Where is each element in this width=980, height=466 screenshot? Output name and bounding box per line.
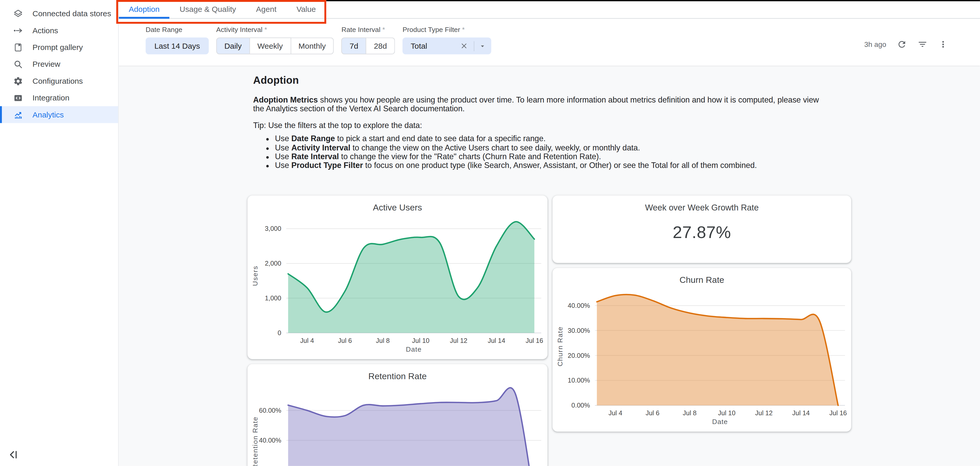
search-icon <box>13 59 23 69</box>
tab-usage-quality[interactable]: Usage & Quality <box>170 0 246 18</box>
top-edge-strip <box>326 0 980 1</box>
svg-text:Jul 14: Jul 14 <box>792 409 810 417</box>
gear-icon <box>13 76 23 86</box>
sidebar-item-label: Analytics <box>32 110 64 119</box>
caret-down-icon[interactable] <box>479 42 487 50</box>
activity-option-weekly[interactable]: Weekly <box>250 37 291 54</box>
svg-text:Jul 16: Jul 16 <box>829 409 847 417</box>
tab-bar: AdoptionUsage & QualityAgentValue <box>119 0 980 19</box>
rate-interval-filter: Rate Interval * 7d28d <box>342 25 395 65</box>
intro-text-block: Adoption Adoption Metrics shows you how … <box>253 74 829 171</box>
retention-rate-chart[interactable]: 0.00%20.00%40.00%60.00%Jul 4Jul 6Jul 8Ju… <box>247 364 547 466</box>
tip-item: Use Date Range to pick a start and end d… <box>275 135 829 143</box>
activity-interval-filter: Activity Interval * DailyWeeklyMonthly <box>216 25 334 65</box>
filter-bar: Date Range Last 14 Days Activity Interva… <box>119 19 980 66</box>
tab-agent[interactable]: Agent <box>246 0 286 18</box>
product-type-filter: Product Type Filter * Total <box>402 25 491 65</box>
rate-option-7d[interactable]: 7d <box>342 37 366 54</box>
product-type-filter-label: Product Type Filter * <box>402 25 491 35</box>
sidebar-item-integration[interactable]: Integration <box>0 89 118 106</box>
date-range-label: Date Range <box>146 25 209 35</box>
activity-option-monthly[interactable]: Monthly <box>291 37 334 54</box>
sidebar-item-connected-data-stores[interactable]: Connected data stores <box>0 5 118 22</box>
tab-value[interactable]: Value <box>286 0 326 18</box>
svg-text:Jul 12: Jul 12 <box>450 337 467 344</box>
svg-text:Jul 16: Jul 16 <box>526 337 543 344</box>
sidebar-item-actions[interactable]: Actions <box>0 22 118 39</box>
sidebar-item-configurations[interactable]: Configurations <box>0 72 118 89</box>
filter-list-icon <box>917 40 928 49</box>
activity-interval-segmented-control: DailyWeeklyMonthly <box>216 37 334 54</box>
svg-text:Jul 8: Jul 8 <box>376 337 390 344</box>
tab-adoption[interactable]: Adoption <box>119 0 170 18</box>
rate-interval-label: Rate Interval * <box>342 25 395 35</box>
sidebar-item-label: Prompt gallery <box>32 43 83 52</box>
svg-text:0: 0 <box>278 329 281 336</box>
sidebar-item-label: Configurations <box>32 76 83 85</box>
sidebar-item-preview[interactable]: Preview <box>0 55 118 72</box>
churn-rate-card: 0.00%10.00%20.00%30.00%40.00%Jul 4Jul 6J… <box>552 268 851 431</box>
product-type-select[interactable]: Total <box>402 37 491 54</box>
layers-icon <box>13 8 23 19</box>
svg-text:Jul 6: Jul 6 <box>646 409 660 417</box>
more-vert-icon <box>938 40 948 49</box>
product-type-value: Total <box>410 41 460 50</box>
sidebar-item-analytics[interactable]: Analytics <box>0 106 118 123</box>
tip-line: Tip: Use the filters at the top to explo… <box>253 121 829 130</box>
x-clear-icon[interactable] <box>460 42 468 50</box>
svg-text:2,000: 2,000 <box>265 260 281 267</box>
svg-text:Active Users: Active Users <box>373 203 422 212</box>
activity-option-daily[interactable]: Daily <box>216 37 250 54</box>
sidebar: Connected data storesActionsPrompt galle… <box>0 0 119 466</box>
svg-text:40.00%: 40.00% <box>259 437 281 444</box>
churn-rate-chart[interactable]: 0.00%10.00%20.00%30.00%40.00%Jul 4Jul 6J… <box>552 268 851 431</box>
intro-paragraph: Adoption Metrics shows you how people ar… <box>253 95 829 114</box>
page-title: Adoption <box>253 74 829 86</box>
tab-label: Usage & Quality <box>180 5 236 13</box>
date-range-filter: Date Range Last 14 Days <box>146 25 209 65</box>
tab-label: Value <box>296 5 316 13</box>
svg-text:Jul 6: Jul 6 <box>338 337 352 344</box>
bookmark-icon <box>13 42 23 52</box>
active-users-chart[interactable]: 01,0002,0003,000Jul 4Jul 6Jul 8Jul 10Jul… <box>247 195 547 359</box>
svg-text:Users: Users <box>251 266 259 286</box>
svg-text:Jul 10: Jul 10 <box>412 337 430 344</box>
svg-text:Churn Rate: Churn Rate <box>556 327 564 366</box>
content-area: Adoption Adoption Metrics shows you how … <box>119 66 980 466</box>
sidebar-nav: Connected data storesActionsPrompt galle… <box>0 0 118 123</box>
svg-text:60.00%: 60.00% <box>259 407 281 414</box>
svg-text:30.00%: 30.00% <box>568 327 590 334</box>
active-users-card: 01,0002,0003,000Jul 4Jul 6Jul 8Jul 10Jul… <box>247 195 547 359</box>
last-refreshed: 3h ago <box>864 41 886 48</box>
app-window: Connected data storesActionsPrompt galle… <box>0 0 980 466</box>
svg-text:3,000: 3,000 <box>265 225 281 232</box>
code-icon <box>13 93 23 103</box>
sidebar-item-label: Integration <box>32 93 69 102</box>
more-options-button[interactable] <box>937 39 949 50</box>
svg-text:Jul 14: Jul 14 <box>488 337 505 344</box>
growth-rate-title: Week over Week Growth Rate <box>552 195 851 212</box>
tip-item: Use Activity Interval to change the view… <box>275 143 829 152</box>
main-area: AdoptionUsage & QualityAgentValue Date R… <box>119 0 980 466</box>
tip-item: Use Product Type Filter to focus on one … <box>275 162 829 171</box>
svg-text:Retention Rate: Retention Rate <box>368 371 426 381</box>
tab-label: Adoption <box>129 5 159 13</box>
refresh-button[interactable] <box>896 39 908 50</box>
sidebar-item-prompt-gallery[interactable]: Prompt gallery <box>0 39 118 55</box>
filter-button[interactable] <box>917 39 928 50</box>
svg-text:Retention Rate: Retention Rate <box>251 417 259 466</box>
svg-text:40.00%: 40.00% <box>568 302 590 309</box>
svg-text:Jul 8: Jul 8 <box>683 409 697 417</box>
sidebar-collapse-button[interactable] <box>8 449 20 461</box>
retention-rate-card: 0.00%20.00%40.00%60.00%Jul 4Jul 6Jul 8Ju… <box>247 364 547 466</box>
dashboard-toolbar: 3h ago <box>864 39 949 50</box>
chevron-left-bar-icon <box>8 449 20 461</box>
refresh-icon <box>897 40 907 49</box>
svg-text:Jul 12: Jul 12 <box>755 409 773 417</box>
tips-list: Use Date Range to pick a start and end d… <box>253 135 829 171</box>
svg-text:Date: Date <box>406 346 422 353</box>
tip-item: Use Rate Interval to change the view for… <box>275 152 829 162</box>
rate-interval-segmented-control: 7d28d <box>342 37 395 54</box>
date-range-button[interactable]: Last 14 Days <box>146 37 209 54</box>
rate-option-28d[interactable]: 28d <box>366 37 395 54</box>
